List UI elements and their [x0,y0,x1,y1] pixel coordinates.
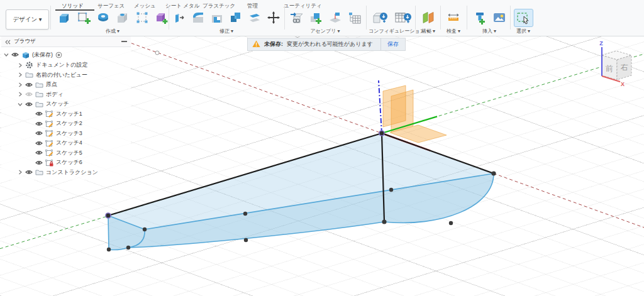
visibility-eye-icon[interactable] [35,130,43,136]
insert-part-icon[interactable] [471,9,489,26]
sketch-point[interactable] [243,212,247,216]
viewcube[interactable]: 前 右 Z X [599,40,631,87]
browser-row-label[interactable]: スケッチ3 [56,129,82,138]
hole-icon[interactable] [114,9,131,26]
move-copy-icon[interactable] [265,9,282,26]
offset-face-icon[interactable] [246,9,263,26]
browser-row-label[interactable]: スケッチ1 [56,110,82,118]
browser-row-sketch5[interactable]: スケッチ5 [1,148,131,158]
combine-icon[interactable] [228,9,245,26]
select-icon[interactable] [514,9,533,27]
browser-row-label[interactable]: スケッチ5 [56,149,82,157]
browser-row-label[interactable]: 名前の付いたビュー [36,71,87,79]
sketch-origin-point[interactable] [106,213,111,218]
chevron-down-icon[interactable] [4,52,9,57]
group-label-configuration[interactable]: コンフィギュレーション ▾ [369,28,415,35]
configure-icon[interactable] [370,9,391,26]
folder-icon [35,91,43,97]
browser-row-document-settings[interactable]: ドキュメントの設定 [1,60,131,70]
create-form-icon[interactable] [153,9,170,26]
browser-row-named-views[interactable]: 名前の付いたビュー [1,70,131,80]
edit-form-icon[interactable] [133,9,151,26]
create-sketch-icon[interactable] [75,9,92,26]
visibility-eye-icon[interactable] [35,140,43,146]
viewcube-right-label[interactable]: 右 [620,63,628,72]
visibility-eye-icon[interactable] [35,111,43,117]
group-label-assemble[interactable]: アセンブリ ▾ [287,28,364,35]
fillet-icon[interactable] [190,9,207,26]
browser-row-origin[interactable]: 原点 [1,80,131,90]
shell-icon[interactable] [209,9,226,26]
sketch-point[interactable] [126,246,130,249]
measure-icon[interactable] [445,9,462,26]
browser-row-sketch6[interactable]: スケッチ6 [1,158,131,168]
browser-row-document[interactable]: (未保存) [1,49,131,60]
browser-row-label[interactable]: コンストラクション [46,168,98,177]
folder-icon [35,82,43,88]
browser-row-label[interactable]: 原点 [46,80,57,89]
group-label-inspect[interactable]: 検査 ▾ [443,28,464,35]
canvas-icon[interactable] [491,9,508,26]
insert-derive-icon[interactable] [287,9,305,26]
activate-component-icon[interactable] [55,52,62,58]
sketch-point[interactable] [449,221,453,225]
visibility-eye-icon[interactable] [35,150,43,156]
browser-row-label[interactable]: ドキュメントの設定 [36,61,87,69]
browser-row-label[interactable]: スケッチ [46,100,69,108]
press-pull-icon[interactable] [171,9,188,26]
browser-row-construction[interactable]: コンストラクション [1,168,131,178]
browser-row-label[interactable]: スケッチ6 [56,158,82,167]
visibility-eye-icon[interactable] [11,52,19,58]
browser-row-label[interactable]: スケッチ4 [56,139,82,147]
browser-row-sketch3[interactable]: スケッチ3 [1,129,131,139]
sketch-point[interactable] [107,248,111,251]
group-label-modify[interactable]: 修正 ▾ [171,28,282,35]
origin-point[interactable] [379,131,384,136]
chevron-right-icon[interactable] [18,92,23,97]
browser-row-sketch1[interactable]: スケッチ1 [1,109,131,119]
construction-plane-front[interactable] [383,85,406,127]
group-label-select[interactable]: 選択 ▾ [512,28,535,35]
workspace-selector[interactable]: デザイン ▾ [6,9,49,30]
sketch-point[interactable] [244,238,248,242]
sketch-point[interactable] [491,171,496,175]
joint-icon[interactable] [326,9,344,26]
sketch-point[interactable] [143,227,147,231]
chevron-right-icon[interactable] [18,170,23,175]
collapse-panel-icon[interactable] [5,36,11,47]
visibility-eye-icon[interactable] [25,169,33,175]
browser-row-sketches-folder[interactable]: スケッチ [1,99,131,109]
visibility-eye-off-icon[interactable] [25,91,33,97]
chevron-right-icon[interactable] [18,72,23,77]
component-list-icon[interactable] [346,9,364,26]
group-label-insert[interactable]: 挿入 ▾ [469,28,509,35]
minimize-panel-icon[interactable] [121,41,127,42]
visibility-eye-icon[interactable] [25,82,33,88]
extrude-icon[interactable] [55,9,73,26]
group-label-create[interactable]: 作成 ▾ [53,28,172,35]
construction-plane-icon[interactable] [419,9,437,26]
chevron-down-icon[interactable] [18,102,23,107]
visibility-eye-icon[interactable] [35,160,43,166]
browser-row-sketch2[interactable]: スケッチ2 [1,119,131,129]
group-label-construct[interactable]: 構築 ▾ [418,28,439,35]
browser-row-bodies[interactable]: ボディ [1,90,131,100]
viewcube-front-label[interactable]: 前 [606,64,613,73]
chevron-right-icon[interactable] [18,63,23,68]
configuration-table-icon[interactable] [393,9,414,26]
browser-row-label[interactable]: (未保存) [32,51,53,59]
visibility-eye-icon[interactable] [35,121,43,127]
axis-point-marker[interactable] [155,51,159,55]
sketch-edge[interactable] [108,216,109,249]
save-button[interactable]: 保存 [380,38,405,50]
browser-row-label[interactable]: ボディ [46,90,64,99]
browser-row-sketch4[interactable]: スケッチ4 [1,138,131,148]
sketch-point[interactable] [382,219,386,224]
sketch-point[interactable] [389,188,393,192]
new-component-icon[interactable] [307,9,325,26]
visibility-eye-icon[interactable] [25,101,33,107]
viewcube-z-label: Z [599,40,603,47]
revolve-icon[interactable] [94,9,112,26]
browser-row-label[interactable]: スケッチ2 [56,119,82,128]
chevron-right-icon[interactable] [18,82,23,87]
